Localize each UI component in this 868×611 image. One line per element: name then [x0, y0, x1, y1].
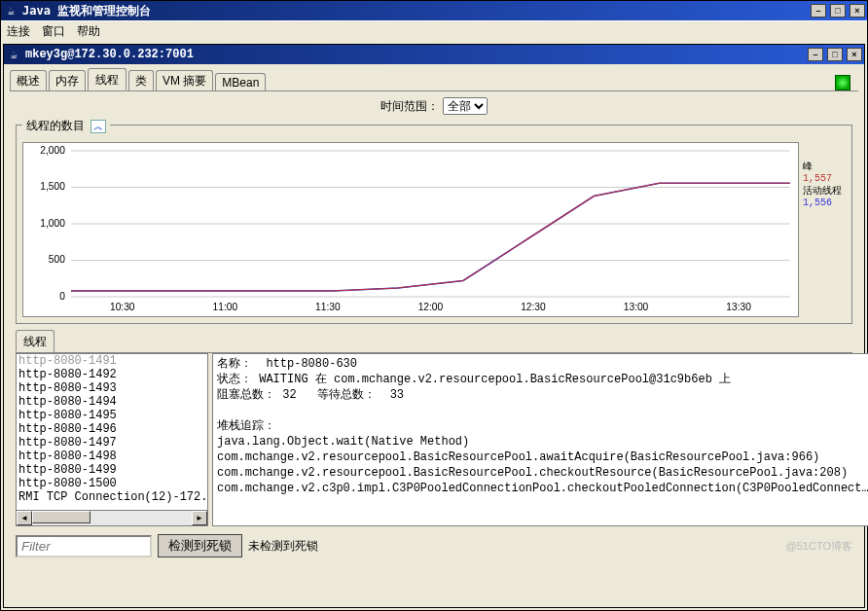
thread-list-item[interactable]: http-8080-1492: [17, 368, 207, 381]
time-range-row: 时间范围： 全部: [4, 91, 864, 121]
thread-count-title: 线程的数目: [26, 118, 85, 134]
thread-list-item[interactable]: http-8080-1495: [17, 409, 207, 422]
tab-vm[interactable]: VM 摘要: [156, 70, 213, 90]
inner-maximize-button[interactable]: [827, 48, 843, 61]
thread-list-item[interactable]: http-8080-1496: [17, 422, 207, 436]
detail-name-value: http-8080-630: [266, 357, 357, 371]
svg-text:13:00: 13:00: [624, 302, 649, 312]
stack-line: com.mchange.v2.resourcepool.BasicResourc…: [217, 465, 868, 481]
thread-list-item[interactable]: RMI TCP Connection(12)-172.30.…: [17, 490, 207, 504]
watermark: @51CTO博客: [786, 539, 852, 554]
thread-detail: 名称： http-8080-630 状态： WAITING 在 com.mcha…: [212, 353, 868, 526]
threads-subtab[interactable]: 线程: [16, 330, 54, 352]
tabs: 概述 内存 线程 类 VM 摘要 MBean: [4, 64, 864, 90]
tab-mbean[interactable]: MBean: [215, 73, 266, 90]
outer-window: ☕ Java 监视和管理控制台 连接 窗口 帮助 ☕ mkey3g@172.30…: [0, 0, 868, 611]
peak-value: 1,557: [803, 173, 846, 184]
maximize-button[interactable]: [830, 4, 846, 18]
active-label: 活动线程: [803, 184, 846, 198]
thread-list-item[interactable]: http-8080-1494: [17, 395, 207, 409]
menu-connection[interactable]: 连接: [7, 23, 30, 40]
outer-title: Java 监视和管理控制台: [22, 3, 151, 19]
thread-list-hscroll[interactable]: ◄ ►: [17, 510, 207, 525]
svg-text:10:30: 10:30: [110, 302, 135, 312]
inner-close-button[interactable]: [847, 48, 862, 61]
detail-stack-label: 堆栈追踪：: [217, 418, 868, 434]
scroll-left-icon[interactable]: ◄: [17, 511, 32, 525]
svg-text:12:30: 12:30: [521, 302, 546, 312]
thread-list-item[interactable]: http-8080-1500: [17, 477, 207, 490]
filter-input[interactable]: [16, 535, 152, 557]
collapse-button[interactable]: ︽: [90, 120, 106, 133]
filter-row: 检测到死锁 未检测到死锁 @51CTO博客: [16, 534, 852, 557]
minimize-button[interactable]: [811, 4, 826, 18]
inner-titlebar[interactable]: ☕ mkey3g@172.30.0.232:7001: [4, 45, 864, 64]
java-icon: ☕: [3, 3, 18, 18]
stack-line: com.mchange.v2.c3p0.impl.C3P0PooledConne…: [217, 481, 868, 496]
inner-title: mkey3g@172.30.0.232:7001: [25, 48, 194, 61]
close-button[interactable]: [850, 4, 865, 18]
thread-list-item[interactable]: http-8080-1497: [17, 436, 207, 449]
menu-help[interactable]: 帮助: [77, 23, 100, 40]
inner-minimize-button[interactable]: [808, 48, 823, 61]
thread-count-group: 线程的数目 ︽ 05001,0001,5002,00010:3011:0011:…: [16, 125, 852, 324]
inner-window: ☕ mkey3g@172.30.0.232:7001 概述 内存 线程 类 VM…: [3, 44, 865, 608]
svg-text:11:00: 11:00: [213, 302, 238, 312]
disk-icon: [835, 75, 850, 90]
detail-blocked-label: 阻塞总数：: [217, 388, 275, 402]
tab-classes[interactable]: 类: [128, 70, 154, 90]
not-detected-label: 未检测到死锁: [248, 538, 318, 555]
thread-detail-text[interactable]: 名称： http-8080-630 状态： WAITING 在 com.mcha…: [213, 354, 868, 525]
thread-list[interactable]: http-8080-1491http-8080-1492http-8080-14…: [16, 353, 208, 526]
svg-text:13:30: 13:30: [726, 302, 751, 312]
svg-text:1,000: 1,000: [40, 218, 65, 229]
svg-text:11:30: 11:30: [315, 302, 341, 312]
java-icon: ☕: [6, 47, 21, 62]
stack-line: java.lang.Object.wait(Native Method): [217, 434, 868, 449]
thread-list-item[interactable]: http-8080-1491: [17, 354, 207, 368]
svg-text:2,000: 2,000: [40, 145, 65, 156]
detail-state-value: WAITING 在 com.mchange.v2.resourcepool.Ba…: [259, 373, 731, 386]
svg-text:0: 0: [59, 291, 65, 302]
thread-split: http-8080-1491http-8080-1492http-8080-14…: [16, 353, 852, 526]
scroll-right-icon[interactable]: ►: [192, 511, 207, 525]
detail-name-label: 名称：: [217, 357, 252, 371]
thread-list-item[interactable]: http-8080-1493: [17, 381, 207, 395]
svg-text:500: 500: [49, 254, 65, 265]
active-value: 1,556: [803, 198, 846, 208]
tab-memory[interactable]: 内存: [49, 70, 86, 90]
detail-state-label: 状态：: [217, 373, 252, 386]
thread-list-item[interactable]: http-8080-1499: [17, 463, 207, 477]
peak-label: 峰: [803, 160, 846, 173]
time-range-label: 时间范围：: [380, 99, 439, 113]
chart-side-labels: 峰 1,557 活动线程 1,556: [799, 142, 846, 317]
tab-threads[interactable]: 线程: [88, 68, 127, 90]
outer-titlebar[interactable]: ☕ Java 监视和管理控制台: [1, 1, 867, 20]
detail-blocked-value: 32: [282, 388, 296, 402]
time-range-select[interactable]: 全部: [443, 97, 488, 115]
menubar: 连接 窗口 帮助: [1, 20, 867, 42]
svg-text:1,500: 1,500: [40, 181, 65, 192]
svg-text:12:00: 12:00: [418, 302, 444, 312]
thread-list-item[interactable]: http-8080-1498: [17, 449, 207, 463]
menu-window[interactable]: 窗口: [42, 23, 65, 40]
thread-count-chart[interactable]: 05001,0001,5002,00010:3011:0011:3012:001…: [22, 142, 799, 317]
detail-waiting-label: 等待总数：: [317, 388, 376, 402]
stack-line: com.mchange.v2.resourcepool.BasicResourc…: [217, 449, 868, 465]
detect-deadlock-button[interactable]: 检测到死锁: [158, 534, 242, 557]
detail-waiting-value: 33: [390, 388, 404, 402]
tab-overview[interactable]: 概述: [10, 70, 47, 90]
